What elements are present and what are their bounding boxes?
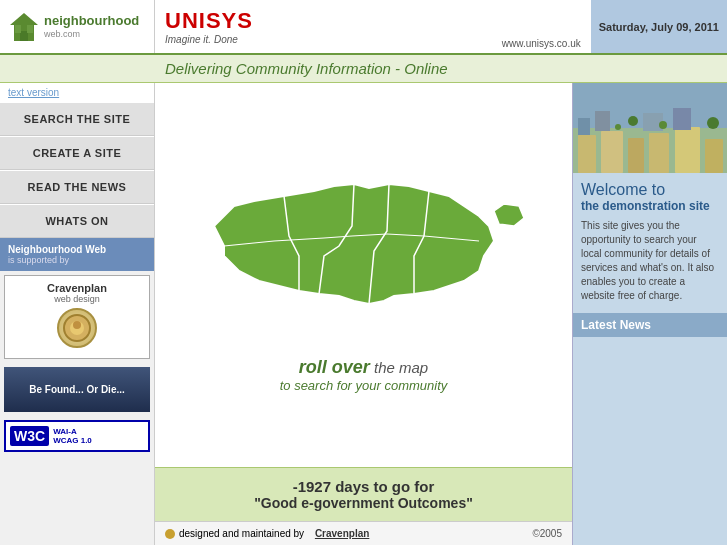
page-wrapper: neighbourhood web.com UNISYS Imagine it.… xyxy=(0,0,727,545)
wcag-label: WCAG 1.0 xyxy=(53,436,92,445)
svg-rect-9 xyxy=(578,135,596,173)
days-unit: days to go for xyxy=(335,478,434,495)
svg-rect-12 xyxy=(649,133,669,173)
nav-news[interactable]: READ THE NEWS xyxy=(0,170,154,204)
right-welcome: Welcome to the demonstration site This s… xyxy=(573,173,727,307)
right-photo xyxy=(573,83,727,173)
nav-create[interactable]: CREATE A SITE xyxy=(0,136,154,170)
svg-rect-14 xyxy=(705,139,723,173)
map-container: roll over the map to search for your com… xyxy=(194,146,534,405)
latest-news-section[interactable]: Latest News xyxy=(573,313,727,337)
svg-point-22 xyxy=(615,124,621,130)
days-bar: -1927 days to go for "Good e-government … xyxy=(155,467,572,521)
footer-designer[interactable]: Cravenplan xyxy=(315,528,369,539)
aerial-photo-svg xyxy=(573,83,727,173)
neighbourhood-logo: neighbourhood web.com xyxy=(8,11,139,43)
svg-rect-1 xyxy=(20,31,28,41)
sidebar-support: Neighbourhood Web is supported by xyxy=(0,238,154,271)
svg-rect-13 xyxy=(675,127,700,173)
logo-sub: web.com xyxy=(44,29,139,39)
footer-copyright: ©2005 xyxy=(532,528,562,539)
days-count: -1927 days to go for xyxy=(165,478,562,495)
svg-rect-17 xyxy=(643,113,663,131)
cravenplan-sub: web design xyxy=(11,294,143,304)
top-bar: neighbourhood web.com UNISYS Imagine it.… xyxy=(0,0,727,55)
logo-name: neighbourhood xyxy=(44,14,139,28)
svg-rect-15 xyxy=(578,118,590,135)
date-display: Saturday, July 09, 2011 xyxy=(591,0,727,53)
svg-point-6 xyxy=(73,321,81,329)
text-version-link[interactable]: text version xyxy=(0,83,154,102)
latest-news-label: Latest News xyxy=(581,318,719,332)
support-title: Neighbourhood Web xyxy=(8,244,146,255)
cravenplan-box[interactable]: Cravenplan web design xyxy=(4,275,150,359)
nav-search[interactable]: SEARCH THE SITE xyxy=(0,102,154,136)
svg-rect-16 xyxy=(595,111,610,131)
wai-text: WAI-A WCAG 1.0 xyxy=(53,427,92,445)
footer-circle-icon xyxy=(165,529,175,539)
map-area[interactable]: roll over the map to search for your com… xyxy=(155,83,572,467)
svg-point-20 xyxy=(659,121,667,129)
logo-icon xyxy=(8,11,40,43)
nav-whats[interactable]: WHATS ON xyxy=(0,204,154,238)
cravenplan-logo-icon xyxy=(57,308,97,348)
sidebar: text version SEARCH THE SITE CREATE A SI… xyxy=(0,83,155,545)
wai-icon: W3C xyxy=(10,426,49,446)
wai-icon-badge: W3C xyxy=(10,426,49,446)
delivering-text: Delivering Community Information - Onlin… xyxy=(165,60,448,77)
welcome-body: This site gives you the opportunity to s… xyxy=(581,219,719,303)
roll-over-section: roll over the map to search for your com… xyxy=(194,349,534,405)
unisys-area: UNISYS Imagine it. Done xyxy=(155,0,492,53)
footer-designed: designed and maintained by Cravenplan xyxy=(165,528,369,539)
welcome-sub: the demonstration site xyxy=(581,199,719,213)
right-panel: Welcome to the demonstration site This s… xyxy=(572,83,727,545)
be-found-box[interactable]: Be Found... Or Die... xyxy=(4,367,150,412)
svg-point-21 xyxy=(707,117,719,129)
map-svg xyxy=(194,146,534,346)
delivering-bar: Delivering Community Information - Onlin… xyxy=(0,55,727,83)
svg-rect-10 xyxy=(601,131,623,173)
the-map-text: the map xyxy=(370,359,428,376)
be-found-text: Be Found... Or Die... xyxy=(29,384,125,395)
center-content: roll over the map to search for your com… xyxy=(155,83,572,545)
support-sub: is supported by xyxy=(8,255,146,265)
main-area: text version SEARCH THE SITE CREATE A SI… xyxy=(0,83,727,545)
welcome-heading: Welcome to xyxy=(581,181,719,199)
days-label: "Good e-government Outcomes" xyxy=(165,495,562,511)
svg-rect-18 xyxy=(673,108,691,130)
map-sub-text: to search for your community xyxy=(194,378,534,393)
footer-bar: designed and maintained by Cravenplan ©2… xyxy=(155,521,572,545)
unisys-name: UNISYS xyxy=(165,8,482,34)
roll-over-line: roll over the map xyxy=(194,357,534,378)
footer-designed-text: designed and maintained by xyxy=(179,528,304,539)
logo-area: neighbourhood web.com xyxy=(0,0,155,53)
svg-rect-2 xyxy=(15,25,21,33)
svg-point-19 xyxy=(628,116,638,126)
days-number: -1927 xyxy=(293,478,331,495)
unisys-url: www.unisys.co.uk xyxy=(492,0,591,53)
roll-over-text: roll over xyxy=(299,357,370,377)
cravenplan-title: Cravenplan xyxy=(11,282,143,294)
wai-box[interactable]: W3C WAI-A WCAG 1.0 xyxy=(4,420,150,452)
unisys-tagline: Imagine it. Done xyxy=(165,34,482,45)
svg-rect-11 xyxy=(628,138,644,173)
svg-rect-3 xyxy=(27,25,33,33)
wai-label: WAI-A xyxy=(53,427,92,436)
